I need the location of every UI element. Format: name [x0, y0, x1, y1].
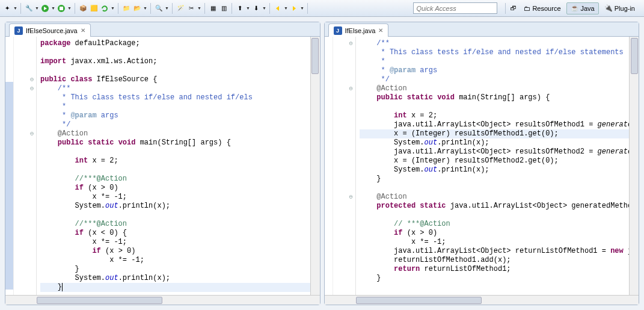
editor-tabstrip: J IfElse.java ✕	[325, 22, 639, 37]
fold-gutter[interactable]: ⊖⊖⊖	[333, 37, 356, 295]
dropdown-icon[interactable]: ▼	[51, 6, 55, 10]
dropdown-icon[interactable]: ▼	[165, 6, 169, 10]
main-toolbar: ✦▼ 🔧▼ ▼ ▼ 📦 🟨 ▼ 📁 📂▼ 🔍 ▼ 🪄 ✂▼ ▦ ▥ ⬆▼ ⬇▼ …	[0, 0, 644, 17]
java-file-icon: J	[14, 26, 23, 35]
editor-body: ⊖⊖⊖ /** * This class tests if/else and n…	[325, 37, 639, 295]
vertical-scrollbar[interactable]	[310, 37, 320, 295]
dropdown-icon[interactable]: ▼	[246, 6, 250, 10]
perspective-resource[interactable]: 🗀 Resource	[520, 2, 565, 14]
perspective-label: Java	[581, 5, 595, 12]
resource-icon: 🗀	[524, 5, 530, 12]
forward-icon[interactable]	[289, 4, 299, 13]
close-icon[interactable]: ✕	[378, 27, 383, 34]
separator	[150, 3, 151, 14]
editor-tab[interactable]: J IfElse.java ✕	[328, 23, 389, 37]
separator	[204, 3, 205, 14]
java-file-icon: J	[334, 26, 342, 35]
editor-right: J IfElse.java ✕ ⊖⊖⊖ /** * This class tes…	[324, 22, 640, 305]
open-perspective-icon[interactable]: 🗗	[509, 4, 518, 13]
plugin-icon: 🔌	[604, 4, 613, 12]
dropdown-icon[interactable]: ▼	[111, 6, 115, 10]
separator	[172, 3, 173, 14]
up-icon[interactable]: ⬆	[235, 4, 245, 13]
close-icon[interactable]: ✕	[81, 27, 85, 34]
fold-gutter[interactable]: ⊖⊖⊖	[14, 37, 37, 295]
marker-bar	[325, 37, 333, 295]
perspective-plugin[interactable]: 🔌 Plug-in	[600, 2, 639, 14]
down-icon[interactable]: ⬇	[251, 4, 261, 13]
horizontal-scrollbar[interactable]	[5, 295, 320, 305]
dropdown-icon[interactable]: ▼	[262, 6, 266, 10]
save-icon[interactable]: 🔧	[24, 4, 34, 13]
editor-body: ⊖⊖⊖ package defaultPackage; import javax…	[5, 37, 320, 295]
dropdown-icon[interactable]: ▼	[67, 6, 72, 10]
new-package-icon[interactable]: 📦	[78, 4, 88, 13]
horizontal-scrollbar[interactable]	[325, 295, 639, 305]
tab-title: IfElseSource.java	[26, 27, 78, 34]
refresh-icon[interactable]	[100, 4, 109, 13]
svg-rect-2	[60, 7, 63, 10]
editor-tabstrip: J IfElseSource.java ✕	[5, 22, 320, 37]
tab-title: IfElse.java	[345, 27, 376, 34]
dropdown-icon[interactable]: ▼	[143, 6, 147, 10]
perspective-label: Plug-in	[615, 5, 635, 12]
vertical-scrollbar[interactable]	[629, 37, 639, 295]
perspective-switcher: 🗗 🗀 Resource ☕ Java 🔌 Plug-in	[509, 2, 642, 14]
open-task-icon[interactable]: 📂	[132, 4, 142, 13]
code-area[interactable]: /** * This class tests if/else and neste…	[356, 37, 630, 295]
cut-icon[interactable]: ✂	[186, 4, 196, 13]
editor-left: J IfElseSource.java ✕ ⊖⊖⊖ package defaul…	[5, 22, 320, 305]
new-class-icon[interactable]: 🟨	[89, 4, 99, 13]
separator	[269, 3, 270, 14]
separator	[232, 3, 232, 14]
debug-icon[interactable]	[57, 4, 66, 13]
perspective-label: Resource	[532, 5, 560, 12]
quick-access-input[interactable]	[413, 2, 497, 14]
new-icon[interactable]: ✦	[2, 4, 12, 13]
search-icon[interactable]: 🔍	[154, 4, 164, 13]
dropdown-icon[interactable]: ▼	[35, 6, 39, 10]
separator	[75, 3, 75, 14]
separator	[20, 3, 21, 14]
java-icon: ☕	[571, 4, 579, 12]
open-type-icon[interactable]: 📁	[121, 4, 131, 13]
workspace: J IfElseSource.java ✕ ⊖⊖⊖ package defaul…	[0, 17, 644, 310]
editor-tab[interactable]: J IfElseSource.java ✕	[9, 23, 91, 37]
dropdown-icon[interactable]: ▼	[284, 6, 288, 10]
separator	[307, 3, 308, 14]
dropdown-icon[interactable]: ▼	[300, 6, 304, 10]
dropdown-icon[interactable]: ▼	[197, 6, 201, 10]
toggle-icon[interactable]: ▦	[208, 4, 218, 13]
separator	[505, 3, 506, 14]
back-icon[interactable]	[273, 4, 283, 13]
dropdown-icon[interactable]: ▼	[13, 6, 17, 10]
separator	[118, 3, 118, 14]
wand-icon[interactable]: 🪄	[176, 4, 185, 13]
run-icon[interactable]	[40, 4, 50, 13]
marker-bar	[5, 37, 14, 295]
perspective-java[interactable]: ☕ Java	[566, 2, 599, 14]
toggle2-icon[interactable]: ▥	[219, 4, 228, 13]
code-area[interactable]: package defaultPackage; import javax.xml…	[37, 37, 310, 295]
